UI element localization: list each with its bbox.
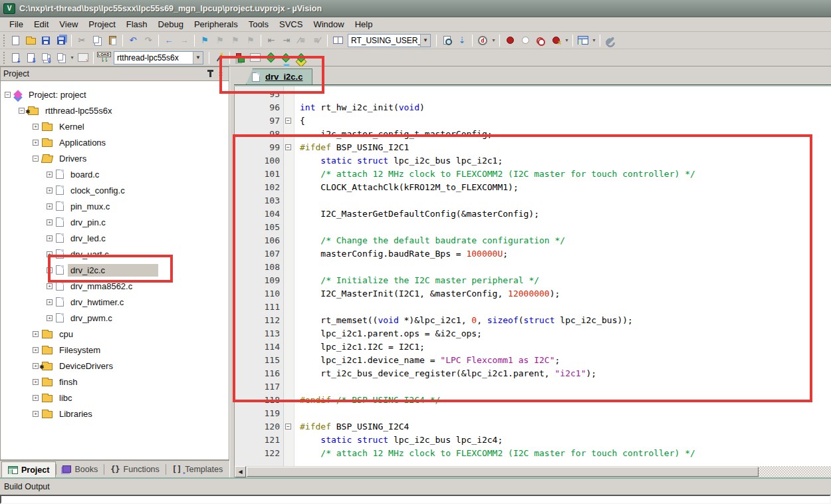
indent-icon[interactable]: ⇥ <box>279 34 294 47</box>
navigate-forward-icon[interactable]: → <box>177 34 191 47</box>
window-layout-dropdown[interactable]: ▾ <box>591 34 597 47</box>
incremental-find-icon[interactable]: ⇣ <box>455 34 469 47</box>
tree-item-devicedrivers[interactable]: +DeviceDrivers <box>1 358 229 374</box>
tree-item-rtthread-lpc55s6x[interactable]: −rtthread-lpc55s6x <box>1 102 229 118</box>
undo-icon[interactable]: ↶ <box>126 34 140 47</box>
menu-file[interactable]: File <box>4 18 29 31</box>
tree-item-board-c[interactable]: +board.c <box>1 166 229 182</box>
menu-view[interactable]: View <box>54 18 83 31</box>
collapse-icon[interactable]: − <box>33 156 39 162</box>
find-in-files-icon[interactable] <box>439 34 454 47</box>
tree-item-kernel[interactable]: +Kernel <box>1 118 229 134</box>
expand-icon[interactable]: + <box>47 315 53 321</box>
tree-item-drv-led-c[interactable]: +drv_led.c <box>1 230 229 246</box>
expand-icon[interactable]: + <box>47 172 53 178</box>
tree-item-filesystem[interactable]: +Filesystem <box>1 342 229 358</box>
tab-project[interactable]: Project <box>1 461 56 477</box>
fold-marker-icon[interactable]: − <box>285 424 291 430</box>
select-software-packs-icon[interactable] <box>279 51 293 64</box>
configuration-wrench-icon[interactable] <box>603 34 618 47</box>
expand-icon[interactable]: + <box>33 347 39 353</box>
save-all-icon[interactable] <box>54 34 68 47</box>
tree-item-drv-pwm-c[interactable]: +drv_pwm.c <box>1 310 229 326</box>
menu-debug[interactable]: Debug <box>153 18 189 31</box>
bookmark-toggle-icon[interactable]: ⚑ <box>197 34 212 47</box>
redo-icon[interactable]: ↷ <box>141 34 156 47</box>
paste-icon[interactable] <box>105 34 120 47</box>
bookmark-clear-icon[interactable]: ⚑ <box>243 34 258 47</box>
expand-icon[interactable]: + <box>33 124 39 130</box>
menu-help[interactable]: Help <box>350 18 378 31</box>
configure-flash-menu-icon[interactable] <box>330 34 345 47</box>
expand-icon[interactable]: + <box>47 219 53 225</box>
open-file-icon[interactable] <box>23 34 38 47</box>
manage-rte-icon[interactable] <box>263 51 278 64</box>
search-dropdown[interactable]: ▾ <box>491 34 497 47</box>
panel-splitter[interactable] <box>229 66 234 477</box>
outdent-icon[interactable]: ⇤ <box>264 34 279 47</box>
menu-svcs[interactable]: SVCS <box>274 18 308 31</box>
tab-templates[interactable]: []Templates <box>166 461 229 477</box>
expand-icon[interactable]: + <box>33 331 39 337</box>
tree-item-drv-mma8562-c[interactable]: +drv_mma8562.c <box>1 278 229 294</box>
expand-icon[interactable]: + <box>33 363 39 369</box>
breakpoint-insert-icon[interactable] <box>503 34 517 47</box>
breakpoint-kill-all-icon[interactable] <box>548 34 563 47</box>
cut-icon[interactable]: ✂ <box>74 34 89 47</box>
tree-item-pin-mux-c[interactable]: +pin_mux.c <box>1 198 229 214</box>
menu-edit[interactable]: Edit <box>29 18 54 31</box>
close-icon[interactable]: × <box>215 69 226 79</box>
scrollbar-track[interactable] <box>759 466 831 477</box>
rebuild-icon[interactable]: ⇩ <box>39 51 53 64</box>
tree-item-drv-pin-c[interactable]: +drv_pin.c <box>1 214 229 230</box>
tree-item-libc[interactable]: +libc <box>1 390 229 406</box>
tree-item-drv-i2c-c[interactable]: +drv_i2c.c <box>1 262 229 278</box>
batch-build-dropdown[interactable]: ▾ <box>69 51 75 64</box>
new-file-icon[interactable] <box>8 34 23 47</box>
pack-installer-icon[interactable] <box>294 51 308 64</box>
collapse-icon[interactable]: − <box>5 92 11 98</box>
breakpoint-disable-all-icon[interactable] <box>533 34 548 47</box>
tree-item-applications[interactable]: +Applications <box>1 134 229 150</box>
bookmark-next-icon[interactable]: ⚑ <box>228 34 243 47</box>
expand-icon[interactable]: + <box>33 411 39 417</box>
uncomment-icon[interactable]: ≡∕ <box>310 34 324 47</box>
navigate-back-icon[interactable]: ← <box>162 34 176 47</box>
search-d-icon[interactable]: d <box>475 34 490 47</box>
pin-icon[interactable] <box>205 69 215 79</box>
expand-icon[interactable]: + <box>47 235 53 241</box>
scrollbar-thumb[interactable] <box>247 467 759 477</box>
expand-icon[interactable]: + <box>47 251 53 257</box>
collapse-icon[interactable]: − <box>19 108 25 114</box>
build-icon[interactable]: ⇩ <box>23 51 38 64</box>
file-extensions-icon[interactable] <box>248 51 263 64</box>
bookmark-prev-icon[interactable]: ⚑ <box>213 34 227 47</box>
fold-marker-icon[interactable]: − <box>285 118 291 124</box>
tree-item-libraries[interactable]: +Libraries <box>1 406 229 422</box>
expand-icon[interactable]: + <box>33 379 39 385</box>
tree-item-project-project[interactable]: −Project: project <box>1 86 229 102</box>
build-output-content[interactable] <box>0 495 831 504</box>
tree-item-cpu[interactable]: +cpu <box>1 326 229 342</box>
find-combobox[interactable]: RT_USING_USER_MAI▼ <box>348 34 431 47</box>
tree-item-finsh[interactable]: +finsh <box>1 374 229 390</box>
menu-peripherals[interactable]: Peripherals <box>189 18 243 31</box>
fold-marker-icon[interactable]: − <box>285 144 291 150</box>
menu-project[interactable]: Project <box>83 18 120 31</box>
breakpoint-dropdown[interactable]: ▾ <box>564 34 570 47</box>
tab-functions[interactable]: {}Functions <box>104 461 166 477</box>
tab-drv-i2c[interactable]: drv_i2c.c <box>246 68 312 84</box>
manage-project-items-icon[interactable] <box>233 51 247 64</box>
menu-flash[interactable]: Flash <box>121 18 153 31</box>
stop-build-icon[interactable]: × <box>76 51 90 64</box>
tree-item-drv-hwtimer-c[interactable]: +drv_hwtimer.c <box>1 294 229 310</box>
expand-icon[interactable]: + <box>47 267 53 273</box>
chevron-down-icon[interactable]: ▼ <box>420 35 430 47</box>
tab-books[interactable]: Books <box>57 461 104 477</box>
horizontal-scrollbar[interactable]: ◀ <box>234 466 831 477</box>
batch-build-icon[interactable] <box>54 51 68 64</box>
translate-icon[interactable]: ⇣ <box>8 51 23 64</box>
breakpoint-enable-icon[interactable] <box>518 34 533 47</box>
menu-tools[interactable]: Tools <box>243 18 274 31</box>
download-icon[interactable]: LOAD⇂⇂ <box>96 51 111 64</box>
